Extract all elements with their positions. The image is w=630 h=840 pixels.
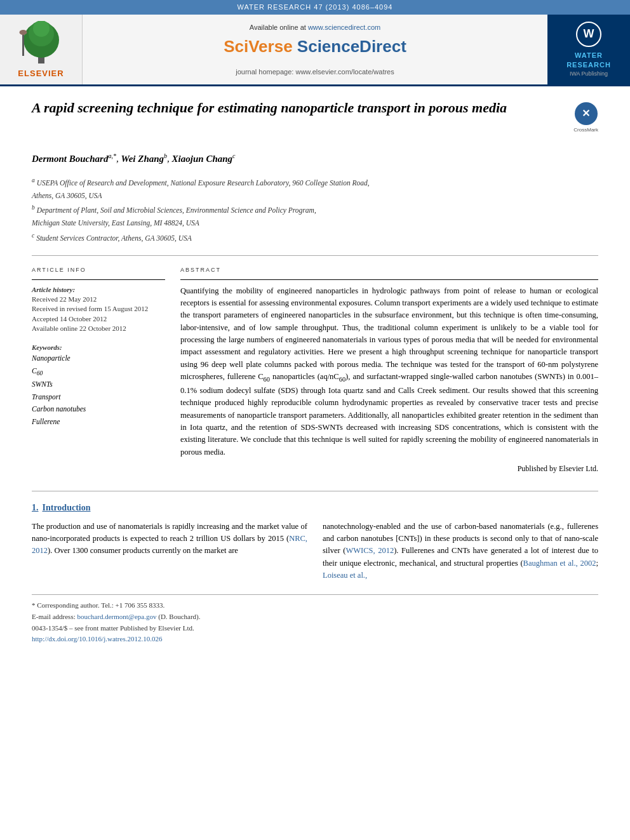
journal-citation: WATER RESEARCH 47 (2013) 4086–4094 bbox=[238, 3, 393, 11]
elsevier-logo: ELSEVIER bbox=[0, 15, 83, 84]
affiliations: a USEPA Office of Research and Developme… bbox=[32, 175, 598, 244]
received-date: Received 22 May 2012 bbox=[32, 295, 165, 304]
abstract-text: Quantifying the mobility of engineered n… bbox=[180, 285, 598, 459]
available-online-date: Available online 22 October 2012 bbox=[32, 324, 165, 333]
affiliation-c: c Student Services Contractor, Athens, G… bbox=[32, 230, 598, 244]
article-title: A rapid screening technique for estimati… bbox=[32, 99, 507, 117]
history-label: Article history: bbox=[32, 285, 165, 295]
elsevier-tree-icon bbox=[16, 21, 67, 65]
water-research-logo: W WATERRESEARCH IWA Publishing bbox=[547, 15, 630, 84]
crossmark-icon: ✕ bbox=[575, 102, 598, 125]
wwics-ref[interactable]: WWICS, 2012 bbox=[345, 546, 394, 555]
crossmark-label: CrossMark bbox=[573, 126, 598, 133]
intro-right-para: nanotechnology-enabled and the use of ca… bbox=[323, 521, 598, 582]
svg-point-3 bbox=[33, 21, 50, 37]
authors-line: Dermont Boucharda,*, Wei Zhangb, Xiaojun… bbox=[32, 150, 598, 168]
title-section: A rapid screening technique for estimati… bbox=[32, 99, 598, 140]
journal-homepage: journal homepage: www.elsevier.com/locat… bbox=[236, 67, 394, 77]
elsevier-brand-label: ELSEVIER bbox=[18, 68, 64, 79]
accepted-date: Accepted 14 October 2012 bbox=[32, 314, 165, 324]
abstract-column: ABSTRACT Quantifying the mobility of eng… bbox=[180, 266, 598, 474]
footnote-area: * Corresponding author. Tel.: +1 706 355… bbox=[32, 594, 598, 644]
corresponding-note: * Corresponding author. Tel.: +1 706 355… bbox=[32, 601, 164, 609]
intro-section-title: 1.Introduction bbox=[32, 502, 598, 514]
author-3: Xiaojun Chang bbox=[172, 154, 232, 164]
published-by: Published by Elsevier Ltd. bbox=[180, 463, 598, 474]
abstract-heading: ABSTRACT bbox=[180, 266, 598, 274]
sciverse-title: SciVerse ScienceDirect bbox=[224, 35, 406, 58]
keyword-3: SWNTs bbox=[32, 378, 165, 391]
available-online-text: Available online at www.sciencedirect.co… bbox=[250, 23, 380, 32]
svg-rect-4 bbox=[22, 34, 24, 56]
article-history: Article history: Received 22 May 2012 Re… bbox=[32, 285, 165, 334]
intro-two-col: The production and use of nanomaterials … bbox=[32, 521, 598, 582]
header-area: ELSEVIER Available online at www.science… bbox=[0, 15, 630, 86]
article-info-heading: ARTICLE INFO bbox=[32, 266, 165, 274]
keyword-6: Fullerene bbox=[32, 416, 165, 429]
email-suffix: (D. Bouchard). bbox=[158, 613, 200, 620]
keyword-2: C60 bbox=[32, 365, 165, 379]
affiliation-b: b Department of Plant, Soil and Microbia… bbox=[32, 203, 598, 216]
intro-number: 1. bbox=[32, 503, 39, 512]
intro-right-col: nanotechnology-enabled and the use of ca… bbox=[323, 521, 598, 582]
affiliation-a: a USEPA Office of Research and Developme… bbox=[32, 175, 598, 189]
crossmark-badge: ✕ CrossMark bbox=[573, 102, 598, 133]
section-divider bbox=[32, 255, 598, 256]
corresponding-author: * Corresponding author. Tel.: +1 706 355… bbox=[32, 600, 598, 611]
baughman-ref[interactable]: Baughman et al., 2002 bbox=[523, 559, 596, 568]
email-line: E-mail address: bouchard.dermont@epa.gov… bbox=[32, 611, 598, 623]
svg-point-5 bbox=[19, 30, 27, 35]
loiseau-ref[interactable]: Loiseau et al., bbox=[323, 571, 367, 580]
wr-sublabel: IWA Publishing bbox=[570, 70, 608, 78]
keyword-1: Nanoparticle bbox=[32, 352, 165, 365]
header-center: Available online at www.sciencedirect.co… bbox=[83, 15, 547, 84]
author-1: Dermont Bouchard bbox=[32, 154, 108, 164]
wr-logo-icon: W bbox=[576, 22, 601, 47]
intro-left-para: The production and use of nanomaterials … bbox=[32, 521, 307, 557]
info-abstract-columns: ARTICLE INFO Article history: Received 2… bbox=[32, 266, 598, 474]
keywords-section: Keywords: Nanoparticle C60 SWNTs Transpo… bbox=[32, 343, 165, 429]
keywords-list: Nanoparticle C60 SWNTs Transport Carbon … bbox=[32, 352, 165, 428]
author-email[interactable]: bouchard.dermont@epa.gov bbox=[77, 613, 156, 620]
journal-header-bar: WATER RESEARCH 47 (2013) 4086–4094 bbox=[0, 0, 630, 15]
intro-title: Introduction bbox=[43, 503, 91, 512]
issn-text: 0043-1354/$ – see front matter Published… bbox=[32, 624, 194, 632]
nrc-ref[interactable]: NRC, 2012 bbox=[32, 534, 307, 555]
issn-line: 0043-1354/$ – see front matter Published… bbox=[32, 623, 598, 634]
introduction-section: 1.Introduction The production and use of… bbox=[32, 491, 598, 582]
revised-date: Received in revised form 15 August 2012 bbox=[32, 304, 165, 314]
sciverse-url[interactable]: www.sciencedirect.com bbox=[308, 23, 380, 31]
article-info-column: ARTICLE INFO Article history: Received 2… bbox=[32, 266, 165, 474]
keyword-5: Carbon nanotubes bbox=[32, 403, 165, 416]
intro-left-col: The production and use of nanomaterials … bbox=[32, 521, 307, 582]
email-label: E-mail address: bbox=[32, 613, 76, 620]
wr-label: WATERRESEARCH bbox=[566, 51, 611, 70]
doi-link[interactable]: http://dx.doi.org/10.1016/j.watres.2012.… bbox=[32, 635, 162, 643]
keywords-label: Keywords: bbox=[32, 343, 165, 352]
keyword-4: Transport bbox=[32, 391, 165, 404]
article-content: A rapid screening technique for estimati… bbox=[0, 86, 630, 657]
doi-line: http://dx.doi.org/10.1016/j.watres.2012.… bbox=[32, 634, 598, 645]
author-2: Wei Zhang bbox=[121, 154, 164, 164]
